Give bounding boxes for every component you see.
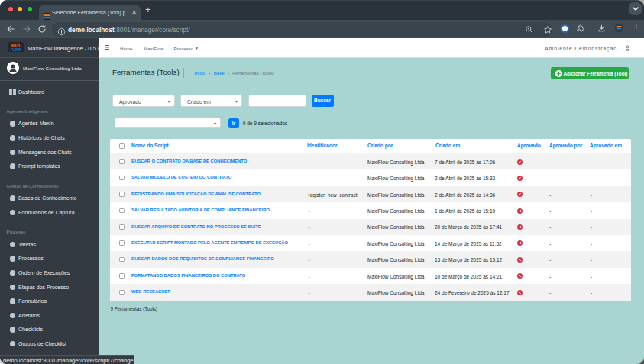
svg-text:FLOW: FLOW bbox=[11, 48, 21, 52]
svg-text:MAXI: MAXI bbox=[11, 44, 20, 48]
